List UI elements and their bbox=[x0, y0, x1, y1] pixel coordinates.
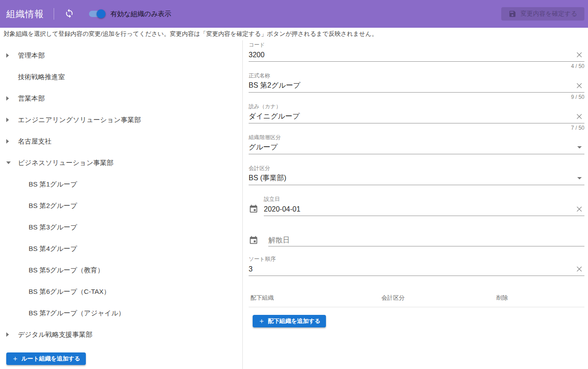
field-code: コード4 / 50 bbox=[249, 41, 584, 70]
calendar-icon[interactable] bbox=[249, 235, 259, 245]
triangle-right-icon[interactable] bbox=[6, 139, 18, 144]
clear-icon[interactable] bbox=[574, 81, 584, 91]
tree-item-label: 名古屋支社 bbox=[18, 137, 51, 146]
page-title: 組織情報 bbox=[6, 8, 44, 20]
sub-table-column-header: 配下組織 bbox=[250, 294, 274, 302]
tree-item[interactable]: 名古屋支社 bbox=[0, 131, 242, 152]
tree-item-label: BS 第3グループ bbox=[29, 223, 77, 232]
char-counter: 7 / 50 bbox=[249, 124, 584, 131]
sort-order-input[interactable] bbox=[249, 265, 574, 273]
app-bar: 組織情報 有効な組織のみ表示 変更内容を確定する bbox=[0, 0, 588, 28]
add-sub-org-button[interactable]: ＋ 配下組織を追加する bbox=[253, 315, 326, 327]
clear-icon[interactable] bbox=[574, 50, 584, 60]
add-root-org-button[interactable]: ＋ ルート組織を追加する bbox=[6, 352, 86, 365]
official-name-input[interactable] bbox=[249, 82, 574, 90]
field-kana: 読み（カナ）7 / 50 bbox=[249, 103, 584, 131]
plus-icon: ＋ bbox=[258, 318, 265, 325]
field-label: 会計区分 bbox=[249, 165, 584, 172]
tree-item[interactable]: 技術戦略推進室 bbox=[0, 66, 242, 88]
instruction-bar: 対象組織を選択して登録内容の変更/追加を行ってください。変更内容は「変更内容を確… bbox=[0, 28, 588, 40]
selected-value: BS (事業部) bbox=[249, 174, 577, 183]
sub-table-column-header: 削除 bbox=[496, 294, 508, 302]
triangle-down-icon[interactable] bbox=[6, 161, 18, 164]
field-value-row bbox=[249, 263, 584, 276]
field-label: 読み（カナ） bbox=[249, 103, 584, 110]
tree-item[interactable]: BS 第6グループ（C-TAX） bbox=[0, 281, 242, 302]
chevron-down-icon[interactable] bbox=[577, 146, 582, 148]
tree-item-label: BS 第5グループ（教育） bbox=[29, 266, 104, 275]
appbar-divider bbox=[54, 8, 54, 20]
clear-icon[interactable] bbox=[574, 204, 584, 215]
tree-item-label: BS 第4グループ bbox=[29, 245, 77, 253]
tree-item-label: BS 第1グループ bbox=[29, 180, 77, 189]
content: 管理本部技術戦略推進室営業本部エンジニアリングソリューション事業部名古屋支社ビジ… bbox=[0, 40, 588, 369]
field-label: 組織階層区分 bbox=[249, 134, 584, 141]
field-label: コード bbox=[249, 41, 584, 48]
tree-item-label: エンジニアリングソリューション事業部 bbox=[18, 116, 141, 124]
confirm-changes-button[interactable]: 変更内容を確定する bbox=[501, 7, 584, 21]
field-label: 設立日 bbox=[264, 195, 584, 203]
tree-item-label: BS 第2グループ bbox=[29, 202, 77, 210]
tree-item[interactable]: BS 第3グループ bbox=[0, 216, 242, 238]
field-value-row bbox=[264, 203, 584, 216]
dissolved-date-input[interactable] bbox=[268, 236, 584, 244]
add-root-org-label: ルート組織を追加する bbox=[21, 355, 80, 363]
refresh-button[interactable] bbox=[61, 6, 77, 22]
selected-value: グループ bbox=[249, 143, 577, 152]
chevron-down-icon[interactable] bbox=[577, 177, 582, 179]
org-tree: 管理本部技術戦略推進室営業本部エンジニアリングソリューション事業部名古屋支社ビジ… bbox=[0, 45, 242, 345]
code-input[interactable] bbox=[249, 51, 574, 59]
fields-host: コード4 / 50正式名称9 / 50読み（カナ）7 / 50組織階層区分グルー… bbox=[249, 41, 584, 276]
tree-item[interactable]: ビジネスソリューション事業部 bbox=[0, 152, 242, 174]
tree-item[interactable]: BS 第5グループ（教育） bbox=[0, 259, 242, 281]
triangle-right-icon[interactable] bbox=[6, 96, 18, 101]
active-only-toggle[interactable] bbox=[89, 11, 104, 17]
toggle-thumb bbox=[97, 9, 106, 18]
founded-date-input[interactable] bbox=[264, 205, 574, 213]
clear-icon[interactable] bbox=[574, 264, 584, 275]
triangle-right-icon[interactable] bbox=[6, 118, 18, 122]
accounting-select[interactable]: BS (事業部) bbox=[249, 172, 584, 185]
tree-item-label: デジタル戦略支援事業部 bbox=[18, 331, 92, 339]
save-icon bbox=[508, 10, 516, 18]
field-value-row bbox=[249, 79, 584, 93]
tree-item-label: 技術戦略推進室 bbox=[18, 73, 65, 81]
char-counter: 4 / 50 bbox=[249, 63, 584, 70]
field-label: 正式名称 bbox=[249, 72, 584, 79]
plus-icon: ＋ bbox=[12, 355, 19, 362]
tree-item-label: BS 第7グループ（アジャイル） bbox=[29, 309, 125, 318]
tree-item[interactable]: BS 第1グループ bbox=[0, 174, 242, 195]
org-level-select[interactable]: グループ bbox=[249, 141, 584, 154]
tree-item[interactable]: 管理本部 bbox=[0, 45, 242, 66]
instruction-text: 対象組織を選択して登録内容の変更/追加を行ってください。変更内容は「変更内容を確… bbox=[4, 30, 377, 38]
tree-item-label: BS 第6グループ（C-TAX） bbox=[29, 288, 110, 296]
tree-item[interactable]: BS 第7グループ（アジャイル） bbox=[0, 302, 242, 324]
add-sub-org-label: 配下組織を追加する bbox=[268, 317, 321, 325]
clear-icon[interactable] bbox=[574, 111, 584, 122]
triangle-right-icon[interactable] bbox=[6, 332, 18, 337]
tree-item[interactable]: BS 第2グループ bbox=[0, 195, 242, 216]
field-accounting: 会計区分BS (事業部) bbox=[249, 165, 584, 185]
char-counter: 9 / 50 bbox=[249, 93, 584, 101]
tree-item[interactable]: エンジニアリングソリューション事業部 bbox=[0, 109, 242, 131]
tree-item[interactable]: 営業本部 bbox=[0, 88, 242, 109]
field-value-row bbox=[249, 48, 584, 62]
toggle-track bbox=[89, 11, 104, 17]
kana-input[interactable] bbox=[249, 113, 574, 121]
tree-item[interactable]: BS 第4グループ bbox=[0, 238, 242, 259]
field-official-name: 正式名称9 / 50 bbox=[249, 72, 584, 101]
sub-table-column-header: 会計区分 bbox=[381, 294, 405, 302]
confirm-changes-label: 変更内容を確定する bbox=[520, 10, 577, 18]
org-detail-form: コード4 / 50正式名称9 / 50読み（カナ）7 / 50組織階層区分グルー… bbox=[243, 40, 588, 369]
sync-icon bbox=[64, 8, 74, 20]
triangle-right-icon[interactable] bbox=[6, 53, 18, 58]
calendar-icon[interactable] bbox=[249, 195, 259, 216]
field-founded-date: 設立日 bbox=[249, 195, 584, 216]
tree-item-label: ビジネスソリューション事業部 bbox=[18, 159, 114, 167]
field-value-row bbox=[249, 110, 584, 123]
field-label: ソート順序 bbox=[249, 255, 584, 263]
sub-org-table-header: 配下組織会計区分削除 bbox=[249, 288, 584, 307]
tree-item[interactable]: デジタル戦略支援事業部 bbox=[0, 324, 242, 345]
field-org-level: 組織階層区分グループ bbox=[249, 134, 584, 154]
tree-item-label: 営業本部 bbox=[18, 94, 45, 103]
